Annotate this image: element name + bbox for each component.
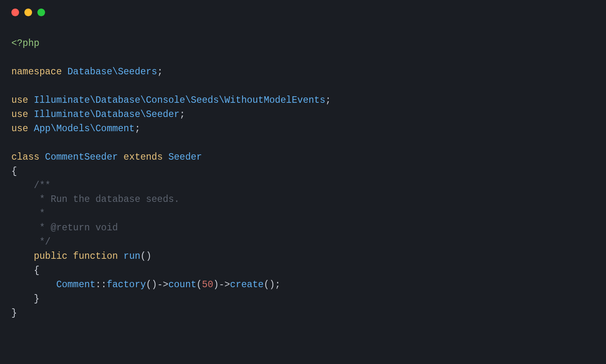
docblock-line: * Run the database seeds. (34, 194, 180, 205)
class-name: CommentSeeder (45, 152, 118, 162)
semicolon: ; (157, 67, 163, 77)
minimize-window-button[interactable] (24, 9, 32, 16)
use-keyword: use (11, 109, 28, 120)
semicolon: ; (180, 109, 185, 120)
paren-open: ( (197, 280, 202, 290)
arrow-operator: -> (219, 280, 230, 290)
php-open-tag: <?php (11, 38, 39, 49)
parentheses: () (146, 280, 157, 290)
brace-close: } (34, 294, 39, 304)
docblock-line: */ (34, 237, 50, 247)
use-keyword: use (11, 124, 28, 134)
class-keyword: class (11, 152, 39, 162)
parentheses: () (141, 251, 152, 262)
paren-close: ) (213, 280, 219, 290)
brace-close: } (11, 308, 17, 318)
brace-open: { (11, 166, 17, 177)
parentheses: () (264, 280, 275, 290)
semicolon: ; (325, 95, 331, 106)
function-name: run (123, 251, 140, 262)
extends-keyword: extends (123, 152, 163, 162)
use-keyword: use (11, 95, 28, 106)
docblock-line: * (34, 208, 45, 219)
code-content[interactable]: <?php namespace Database\Seeders; use Il… (0, 24, 606, 332)
scope-resolution: :: (95, 280, 107, 290)
class-reference: Comment (56, 280, 95, 290)
code-editor-window: <?php namespace Database\Seeders; use Il… (0, 0, 606, 364)
brace-open: { (34, 265, 39, 276)
titlebar (0, 0, 606, 24)
import-path: Illuminate\Database\Console\Seeds\Withou… (34, 95, 325, 106)
semicolon: ; (135, 124, 141, 134)
method-name: create (230, 280, 264, 290)
method-name: count (169, 280, 197, 290)
numeric-literal: 50 (202, 280, 213, 290)
docblock-line: * @return void (34, 223, 118, 233)
semicolon: ; (275, 280, 281, 290)
docblock-line: /** (34, 180, 50, 191)
close-window-button[interactable] (11, 9, 19, 16)
import-path: Illuminate\Database\Seeder (34, 109, 180, 120)
maximize-window-button[interactable] (37, 9, 45, 16)
parent-class-name: Seeder (169, 152, 202, 162)
namespace-path: Database\Seeders (67, 67, 157, 77)
import-path: App\Models\Comment (34, 124, 134, 134)
method-name: factory (107, 280, 146, 290)
namespace-keyword: namespace (11, 67, 62, 77)
public-keyword: public (34, 251, 67, 262)
function-keyword: function (73, 251, 118, 262)
arrow-operator: -> (157, 280, 169, 290)
